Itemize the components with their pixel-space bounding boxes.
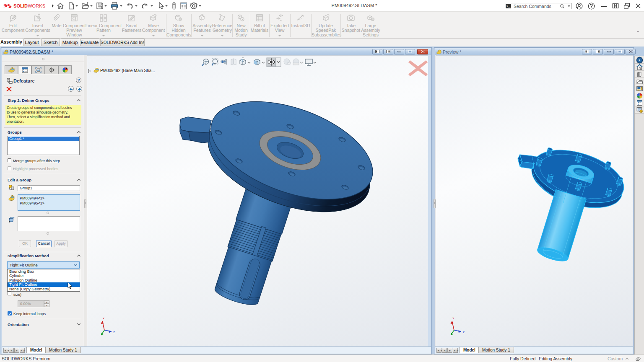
svg-text:z: z (113, 330, 115, 334)
svg-text:x: x (452, 316, 454, 320)
svg-text:z: z (463, 330, 465, 334)
svg-text:x: x (103, 316, 104, 320)
